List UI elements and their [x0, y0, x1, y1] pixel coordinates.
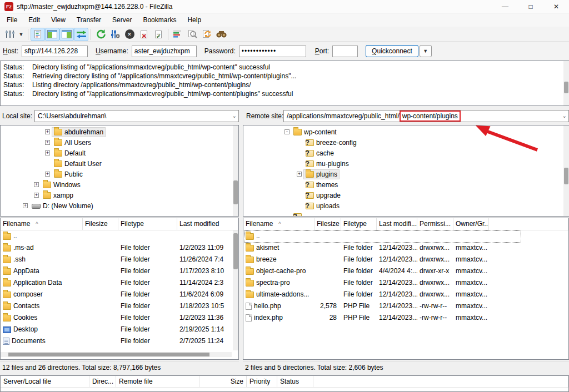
file-row-desktop[interactable]: DesktopFile folder2/19/2025 1:14 [1, 324, 238, 335]
menu-view[interactable]: View [46, 14, 71, 26]
column-header-filename[interactable]: Filename^ [243, 218, 315, 230]
column-header-last-modified[interactable]: Last modified [177, 218, 238, 230]
column-header-priority[interactable]: Priority [247, 376, 277, 387]
tree-item-abdulrehman[interactable]: +abdulrehman [1, 127, 238, 137]
file-row-object-cache-pro[interactable]: object-cache-proFile folder4/4/2024 4:..… [243, 265, 568, 277]
column-header-filesize[interactable]: Filesize [315, 218, 341, 230]
scrollbar-thumb[interactable] [233, 180, 238, 204]
scrollbar-thumb[interactable] [8, 353, 209, 356]
tree-item-plugins[interactable]: +plugins [243, 169, 568, 179]
tree-item-mu-plugins[interactable]: mu-plugins [243, 158, 568, 169]
remote-site-combo[interactable]: /applications/mmaxtcvreg/public_html/wp-… [283, 110, 569, 122]
tree-item-public[interactable]: +Public [1, 169, 238, 179]
toggle-transfer-queue-button[interactable] [74, 28, 88, 41]
file-row-ssh[interactable]: .sshFile folder11/26/2024 7:4 [1, 254, 238, 265]
expand-icon[interactable]: + [45, 172, 50, 177]
expand-icon[interactable]: + [34, 182, 39, 187]
minimize-button[interactable]: — [492, 0, 518, 13]
file-row-index-php[interactable]: index.php28PHP File12/14/2023...-rw-rw-r… [243, 312, 568, 324]
column-header-last-modified[interactable]: Last modifi... [377, 218, 417, 230]
file-row-documents[interactable]: DocumentsFile folder2/7/2025 11:24 [1, 335, 238, 347]
toggle-message-log-button[interactable] [31, 28, 45, 41]
column-header-filetype[interactable]: Filetype [118, 218, 177, 230]
expand-icon[interactable]: + [34, 193, 39, 198]
column-header-direction[interactable]: Direc... [89, 376, 116, 387]
username-input[interactable] [132, 46, 197, 57]
file-search-button[interactable] [185, 28, 199, 41]
tree-item-xampp[interactable]: +xampp [1, 190, 238, 200]
menu-file[interactable]: File [1, 14, 23, 26]
column-header-filename[interactable]: Filename^ [1, 218, 83, 230]
tree-item-default[interactable]: +Default [1, 148, 238, 158]
expand-icon[interactable]: + [297, 172, 302, 177]
menu-help[interactable]: Help [182, 14, 207, 26]
file-row-ultimate-addons[interactable]: ultimate-addons...File folder12/14/2023.… [243, 289, 568, 300]
close-button[interactable]: ✕ [543, 0, 569, 13]
tree-item-all-users[interactable]: +All Users [1, 137, 238, 148]
menu-bookmarks[interactable]: Bookmarks [137, 14, 182, 26]
file-row-parent-dir[interactable]: .. [243, 230, 568, 242]
file-row-akismet[interactable]: akismetFile folder12/14/2023...drwxrwx..… [243, 242, 568, 254]
file-row-composer[interactable]: composerFile folder11/6/2024 6:09 [1, 289, 238, 300]
toggle-local-tree-button[interactable] [45, 28, 59, 41]
column-header-filesize[interactable]: Filesize [83, 218, 118, 230]
site-manager-dropdown-button[interactable]: ▼ [17, 28, 26, 41]
file-row-hello-php[interactable]: hello.php2,578PHP File12/14/2023...-rw-r… [243, 300, 568, 312]
tree-item-wp-content[interactable]: -wp-content [243, 127, 568, 137]
quickconnect-button[interactable]: Quickconnect [366, 45, 418, 57]
expand-icon[interactable]: + [45, 129, 50, 134]
maximize-button[interactable]: □ [518, 0, 543, 13]
file-row-spectra-pro[interactable]: spectra-proFile folder12/14/2023...drwxr… [243, 277, 568, 289]
column-header-owner-group[interactable]: Owner/Gr... [453, 218, 489, 230]
reconnect-button[interactable]: ✓ [151, 28, 166, 41]
find-files-button[interactable] [214, 28, 228, 41]
local-list-horizontal-scrollbar[interactable] [1, 352, 232, 357]
column-header-filetype[interactable]: Filetype [341, 218, 377, 230]
scrollbar-thumb[interactable] [564, 168, 568, 184]
tree-item-d-drive[interactable]: +D: (New Volume) [1, 200, 238, 211]
collapse-icon[interactable]: - [284, 129, 290, 134]
tree-item-partial[interactable] [243, 211, 568, 217]
column-header-server-local-file[interactable]: Server/Local file [1, 376, 89, 387]
tree-item-windows[interactable]: +Windows [1, 179, 238, 190]
refresh-button[interactable] [93, 28, 108, 41]
file-row-parent-dir[interactable]: .. [1, 230, 238, 242]
message-log-scrollbar[interactable] [563, 61, 569, 105]
disconnect-button[interactable]: ✕ [137, 28, 151, 41]
remote-tree-scrollbar[interactable] [563, 125, 569, 216]
scrollbar-thumb[interactable] [564, 82, 568, 93]
host-input[interactable] [22, 46, 88, 57]
file-row-ms-ad[interactable]: .ms-adFile folder1/2/2023 11:09 [1, 242, 238, 254]
column-header-size[interactable]: Size [199, 376, 247, 387]
file-row-appdata[interactable]: AppDataFile folder1/17/2023 8:10 [1, 265, 238, 277]
expand-icon[interactable]: + [45, 150, 50, 155]
synchronized-browsing-button[interactable] [199, 28, 214, 41]
cancel-button[interactable]: ✕ [122, 28, 137, 41]
tree-item-uploads[interactable]: uploads [243, 200, 568, 211]
filter-button[interactable] [108, 28, 122, 41]
port-input[interactable] [332, 46, 358, 57]
file-row-breeze[interactable]: breezeFile folder12/14/2023...drwxrwx...… [243, 254, 568, 265]
tree-item-breeze-config[interactable]: breeze-config [243, 137, 568, 148]
site-manager-button[interactable] [2, 28, 17, 41]
file-row-contacts[interactable]: ContactsFile folder1/18/2023 10:5 [1, 300, 238, 312]
tree-item-themes[interactable]: themes [243, 179, 568, 190]
local-site-combo[interactable]: C:\Users\abdulrehman\ ⌄ [34, 110, 239, 122]
menu-edit[interactable]: Edit [23, 14, 46, 26]
tree-item-upgrade[interactable]: upgrade [243, 190, 568, 200]
tree-item-default-user[interactable]: Default User [1, 158, 238, 169]
expand-icon[interactable]: + [45, 140, 50, 145]
directory-comparison-button[interactable] [171, 28, 185, 41]
expand-icon[interactable]: + [23, 203, 28, 208]
toggle-remote-tree-button[interactable] [59, 28, 74, 41]
menu-server[interactable]: Server [107, 14, 137, 26]
scrollbar-thumb[interactable] [233, 233, 238, 269]
column-header-status[interactable]: Status [277, 376, 313, 387]
tree-item-cache[interactable]: cache [243, 148, 568, 158]
column-header-remote-file[interactable]: Remote file [116, 376, 199, 387]
local-tree-scrollbar[interactable] [233, 125, 238, 216]
file-row-cookies[interactable]: CookiesFile folder1/2/2023 11:36 [1, 312, 238, 324]
menu-transfer[interactable]: Transfer [71, 14, 107, 26]
quickconnect-dropdown-button[interactable]: ▼ [420, 45, 432, 57]
column-header-permissions[interactable]: Permissi... [417, 218, 453, 230]
